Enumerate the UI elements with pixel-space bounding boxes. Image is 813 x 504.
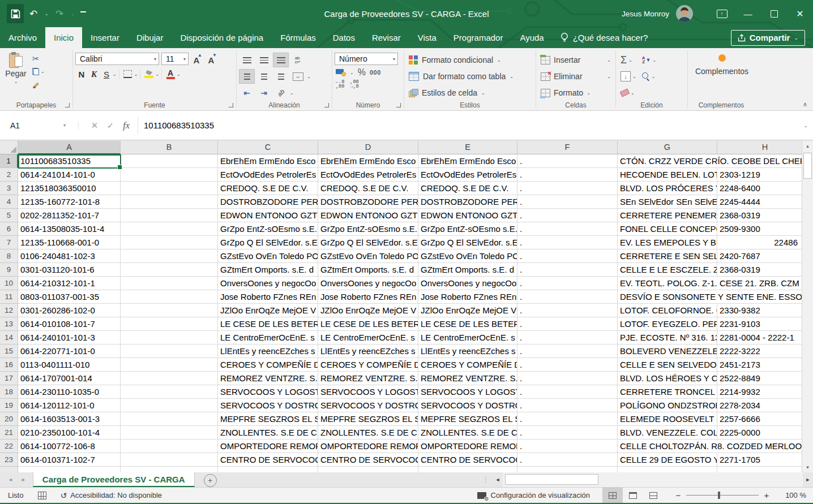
redo-button[interactable]: ↷: [51, 4, 68, 23]
customize-qat-button[interactable]: ⌄: [77, 11, 89, 16]
scroll-down-icon[interactable]: ▼: [802, 462, 813, 472]
cell[interactable]: REMOREZ VENTZRE. S.E: [318, 372, 418, 385]
cell[interactable]: CENTRO DE SERVOCOO: [218, 453, 318, 467]
cell[interactable]: 0301-260286-102-0: [18, 304, 121, 317]
cell[interactable]: JZlOo EnrOqZe MejOE V: [418, 304, 517, 317]
maximize-button[interactable]: [761, 0, 787, 27]
cell[interactable]: REMOREZ VENTZRE. S.E: [418, 372, 517, 385]
row-header[interactable]: [0, 467, 18, 472]
row-header[interactable]: 10: [0, 277, 18, 290]
vertical-scrollbar[interactable]: ▲ ▼: [802, 141, 813, 472]
orientation-button[interactable]: ab: [273, 85, 289, 100]
cell[interactable]: HECOENDE BELEN. LOT: [618, 168, 717, 182]
cell[interactable]: Jose Roberto FZnes REn: [318, 290, 418, 304]
share-button[interactable]: Compartir⌄: [731, 30, 805, 46]
row-header[interactable]: 16: [0, 358, 18, 372]
cell[interactable]: 0614-010108-101-7: [18, 317, 121, 331]
ribbon-display-options-button[interactable]: ↑: [709, 0, 735, 27]
cell[interactable]: ELEMEDE ROOSEVELT 3: [618, 412, 717, 426]
tab-programador[interactable]: Programador: [445, 27, 512, 48]
cell[interactable]: MEPFRE SEGZROS EL SE: [318, 412, 418, 426]
cell[interactable]: .: [517, 331, 618, 344]
cell[interactable]: LlEntEs y reencEZches s: [218, 344, 318, 358]
cell-styles-button[interactable]: Estilos de celda ⌄: [406, 85, 533, 101]
cell[interactable]: 0614-120112-101-0: [18, 399, 121, 412]
cell[interactable]: 2257-6666: [717, 412, 813, 426]
cell[interactable]: [121, 195, 218, 209]
increase-indent-button[interactable]: ⇥: [256, 85, 272, 100]
column-header-b[interactable]: B: [121, 141, 218, 154]
delete-cells-button[interactable]: Eliminar ⌄: [538, 68, 613, 84]
dialog-launcher-icon[interactable]: [229, 103, 233, 107]
cell[interactable]: LE CentroEmerOcEnE. s: [318, 331, 418, 344]
cell[interactable]: LE CESE DE LES BETERO: [318, 317, 418, 331]
row-header[interactable]: 22: [0, 440, 18, 453]
vertical-scroll-thumb[interactable]: [803, 153, 812, 179]
decrease-font-button[interactable]: A▼: [204, 53, 218, 65]
cell[interactable]: [121, 372, 218, 385]
collapse-ribbon-icon[interactable]: ∧: [803, 101, 807, 108]
save-button[interactable]: [7, 4, 24, 23]
dialog-launcher-icon[interactable]: [324, 103, 329, 107]
cell[interactable]: 2368-0319: [717, 263, 813, 277]
tab-datos[interactable]: Datos: [324, 27, 363, 48]
row-header[interactable]: 11: [0, 290, 18, 304]
row-header[interactable]: 20: [0, 412, 18, 426]
format-cells-button[interactable]: Formato ⌄: [538, 85, 613, 101]
cell[interactable]: .: [517, 154, 618, 168]
cell[interactable]: SERVOCOOS Y LOGOSTO: [218, 385, 318, 399]
column-header-g[interactable]: G: [618, 141, 717, 154]
cell[interactable]: DOSTROBZODORE PERE: [318, 195, 418, 209]
cell[interactable]: PJE. ECOSTE. Nº 316. 13: [618, 331, 717, 344]
cell[interactable]: [121, 440, 218, 453]
number-format-select[interactable]: Número▾: [335, 53, 398, 65]
name-box-dropdown-icon[interactable]: ▾: [63, 123, 70, 128]
minimize-button[interactable]: —: [735, 0, 761, 27]
cell[interactable]: EbrEhEm ErmEndo Esco: [318, 154, 418, 168]
cell[interactable]: LE CentroEmerOcEnE. s: [218, 331, 318, 344]
column-header-d[interactable]: D: [318, 141, 418, 154]
cell[interactable]: [18, 467, 121, 472]
cell[interactable]: Jose Roberto FZnes REn: [418, 290, 517, 304]
bold-button[interactable]: N: [75, 68, 88, 80]
cell[interactable]: 0614-220771-101-0: [18, 344, 121, 358]
cell[interactable]: 0614-010371-102-7: [18, 453, 121, 467]
cell[interactable]: EV. LES EMEPOLES Y BL: [618, 236, 717, 249]
cell[interactable]: ZNOLLENTES. S.E DE C.V: [418, 426, 517, 440]
underline-dropdown-icon[interactable]: ⌄: [113, 72, 117, 77]
cell[interactable]: [517, 467, 618, 472]
cell[interactable]: MEPFRE SEGZROS EL SE: [418, 412, 517, 426]
cell[interactable]: EctOvOdEdes PetrolerEs: [318, 168, 418, 182]
tab-disposici-n-de-p-gina[interactable]: Disposición de página: [172, 27, 272, 48]
cell[interactable]: GZstEvo OvEn Toledo PO: [218, 249, 318, 263]
cell[interactable]: LOTOF. EYEGZELO. PERO: [618, 317, 717, 331]
cell[interactable]: [121, 154, 218, 168]
cell[interactable]: 0202-2811352-101-7: [18, 209, 121, 222]
zoom-slider[interactable]: [686, 495, 759, 496]
cell[interactable]: SERVOCOOS Y LOGOSTO: [318, 385, 418, 399]
cell[interactable]: [121, 317, 218, 331]
cell[interactable]: 0614-13508035-101-4: [18, 222, 121, 236]
scroll-right-icon[interactable]: ►: [803, 477, 813, 483]
cell[interactable]: .: [517, 236, 618, 249]
cell[interactable]: 2278-2034: [717, 399, 813, 412]
cell[interactable]: GrZpo EntZ-sOEsmo s.E.: [318, 222, 418, 236]
cell[interactable]: [318, 467, 418, 472]
align-middle-button[interactable]: [256, 53, 272, 67]
tab-inicio[interactable]: Inicio: [45, 27, 82, 48]
avatar[interactable]: [676, 5, 693, 22]
column-header-e[interactable]: E: [418, 141, 517, 154]
increase-decimal-icon[interactable]: ←.0,00: [336, 80, 344, 89]
cell[interactable]: 12135-160772-101-8: [18, 195, 121, 209]
cell[interactable]: OMPORTEDORE REMOR: [318, 440, 418, 453]
tab-dibujar[interactable]: Dibujar: [128, 27, 172, 48]
row-header[interactable]: 17: [0, 372, 18, 385]
cell[interactable]: [121, 236, 218, 249]
cell[interactable]: 2451-2173: [717, 358, 813, 372]
cell[interactable]: 22486: [717, 236, 813, 249]
dialog-launcher-icon[interactable]: [396, 103, 401, 107]
insert-function-button[interactable]: fx: [118, 117, 134, 134]
cell[interactable]: GZstEvo OvEn Toledo PO: [418, 249, 517, 263]
cell[interactable]: [121, 182, 218, 195]
row-header[interactable]: 8: [0, 249, 18, 263]
